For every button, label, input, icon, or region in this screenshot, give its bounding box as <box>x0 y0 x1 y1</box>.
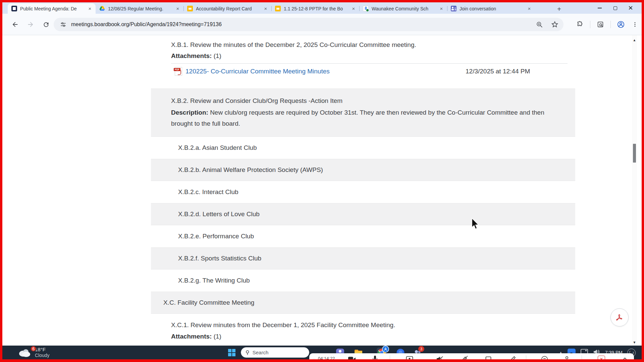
club-label: X.B.2.d. Letters of Love Club <box>178 210 260 218</box>
share-screen-icon[interactable] <box>405 355 414 362</box>
forward-icon[interactable] <box>25 19 36 30</box>
tab-waunakee[interactable]: 8 Waunakee Community Sch × <box>359 3 447 14</box>
google-slides-icon <box>275 6 281 11</box>
agenda-item-xb1: X.B.1. Review the minutes of the Decembe… <box>171 40 575 50</box>
search-tabs-icon[interactable] <box>596 20 604 28</box>
google-classroom-icon: 8 <box>363 6 369 11</box>
attachment-timestamp: 12/3/2025 at 12:44 PM <box>466 68 530 75</box>
scroll-down-icon[interactable]: ▼ <box>633 340 636 345</box>
club-row: X.B.2.g. The Writing Club <box>151 269 575 292</box>
search-icon: ⚲ <box>246 349 250 356</box>
speaker-muted-icon[interactable] <box>435 355 444 362</box>
club-label: X.B.2.a. Asian Student Club <box>178 144 257 152</box>
page-content: X.B.1. Review the minutes of the Decembe… <box>2 35 637 346</box>
club-row: X.B.2.d. Letters of Love Club <box>151 203 575 225</box>
description-text: New club/org requests are required by Oc… <box>171 109 544 127</box>
google-drive-icon <box>99 6 105 11</box>
acrobat-fab-button[interactable] <box>610 308 629 326</box>
reload-icon[interactable] <box>41 19 51 30</box>
google-slides-icon <box>187 6 193 11</box>
bookmark-star-icon[interactable] <box>551 20 559 28</box>
tab-title: Public Meeting Agenda: De <box>20 6 87 11</box>
address-bar[interactable]: meetings.boardbook.org/Public/Agenda/192… <box>54 18 564 31</box>
chrome-profile-badge <box>382 346 389 353</box>
club-row: X.B.2.c. Interact Club <box>151 181 575 203</box>
end-session-icon[interactable]: ✕ <box>597 355 606 362</box>
weather-badge: 6 <box>30 346 37 352</box>
url-text: meetings.boardbook.org/Public/Agenda/192… <box>71 21 222 27</box>
close-icon[interactable]: × <box>526 6 532 12</box>
club-label: X.B.2.c. Interact Club <box>178 188 238 196</box>
scrollbar-thumb[interactable] <box>633 144 636 163</box>
collapse-caret-icon[interactable] <box>621 355 629 362</box>
tab-title: 1.1 25-12-8 PPTP for the Bo <box>284 6 351 11</box>
club-label: X.B.2.f. Sports Statistics Club <box>178 255 261 262</box>
attachments-count: (1) <box>214 333 221 340</box>
taskbar-search[interactable]: ⚲ Search <box>241 347 309 358</box>
tab-pptp[interactable]: 1.1 25-12-8 PPTP for the Bo × <box>271 3 359 14</box>
pdf-icon <box>175 67 182 76</box>
temperature-text: 18°F <box>35 346 50 353</box>
tab-public-meeting-agenda[interactable]: Public Meeting Agenda: De × <box>8 3 96 14</box>
cloud-icon <box>17 347 32 358</box>
tab-regular-meeting[interactable]: 12/08/25 Regular Meeting. × <box>96 3 183 14</box>
profile-avatar-icon[interactable] <box>617 20 625 28</box>
minimize-button[interactable] <box>592 2 607 14</box>
scrollbar: ▲ ▼ <box>632 35 637 346</box>
extensions-icon[interactable] <box>576 20 584 28</box>
attachments-count: (1) <box>214 52 221 59</box>
agenda-item-xc1: X.C.1. Review minutes from the December … <box>171 320 575 330</box>
agenda-item-xc1-section: X.C.1. Review minutes from the December … <box>151 314 575 343</box>
club-label: X.B.2.g. The Writing Club <box>178 277 250 284</box>
microphone-icon[interactable] <box>371 355 379 362</box>
site-settings-icon[interactable] <box>59 20 67 28</box>
search-placeholder: Search <box>253 350 269 355</box>
club-row: X.B.2.a. Asian Student Club <box>151 137 575 159</box>
condition-text: Cloudy <box>35 353 50 358</box>
back-icon[interactable] <box>10 19 20 30</box>
agenda-item-xb1-section: X.B.1. Review the minutes of the Decembe… <box>151 35 575 79</box>
mouse-cursor <box>471 218 480 232</box>
attachments-label: Attachments: <box>171 333 212 340</box>
participants-icon[interactable] <box>562 355 571 362</box>
agenda-item-xc: X.C. Facility Committee Meeting <box>151 292 575 314</box>
close-icon[interactable]: × <box>263 6 269 12</box>
tab-title: Accountability Report Card <box>196 6 263 11</box>
windows-logo-icon <box>228 349 235 356</box>
tab-strip: Public Meeting Agenda: De × 12/08/25 Reg… <box>2 2 642 14</box>
meeting-timer: 04:14:22 <box>318 356 335 361</box>
close-icon[interactable]: × <box>438 6 444 12</box>
menu-kebab-icon[interactable] <box>631 20 639 28</box>
window-icon[interactable] <box>484 355 493 362</box>
pencil-icon[interactable] <box>508 355 517 362</box>
tab-join-conversation[interactable]: Join conversation × <box>447 3 535 14</box>
club-row: X.B.2.b. Animal Welfare Protection Socie… <box>151 159 575 181</box>
drag-handle-icon[interactable]: ·· <box>313 357 316 361</box>
start-button[interactable] <box>226 348 237 358</box>
camera-icon[interactable] <box>347 355 356 362</box>
window-controls: ✕ <box>592 2 638 14</box>
agenda-item-xb2-title: X.B.2. Review and Consider Club/Org Requ… <box>171 96 562 106</box>
club-label: X.B.2.e. Performance Club <box>178 233 254 240</box>
stylus-off-icon[interactable] <box>460 355 469 362</box>
club-row: X.B.2.f. Sports Statistics Club <box>151 247 575 269</box>
restore-button[interactable] <box>607 2 623 14</box>
attachment-row: 120225- Co-Curricular Committee Meeting … <box>171 64 575 79</box>
close-icon[interactable]: × <box>175 6 181 12</box>
agenda-item-xb2-block: X.B.2. Review and Consider Club/Org Requ… <box>151 88 575 137</box>
browser-toolbar: meetings.boardbook.org/Public/Agenda/192… <box>2 14 642 35</box>
close-icon[interactable]: × <box>87 6 93 12</box>
attachment-link[interactable]: 120225- Co-Curricular Committee Meeting … <box>185 68 330 75</box>
close-window-button[interactable]: ✕ <box>623 2 638 14</box>
chat-badge: 3 <box>418 346 424 352</box>
tab-title: Join conversation <box>460 6 526 11</box>
attachments-label: Attachments: <box>171 52 212 59</box>
scroll-up-icon[interactable]: ▲ <box>633 38 636 42</box>
close-icon[interactable]: × <box>351 6 357 12</box>
tab-title: Waunakee Community Sch <box>372 6 438 11</box>
reactions-icon[interactable] <box>540 355 549 362</box>
weather-widget[interactable]: 6 18°F Cloudy <box>17 346 50 358</box>
zoom-icon[interactable] <box>535 20 543 28</box>
tab-accountability-report[interactable]: Accountability Report Card × <box>183 3 271 14</box>
new-tab-button[interactable]: + <box>555 5 563 13</box>
